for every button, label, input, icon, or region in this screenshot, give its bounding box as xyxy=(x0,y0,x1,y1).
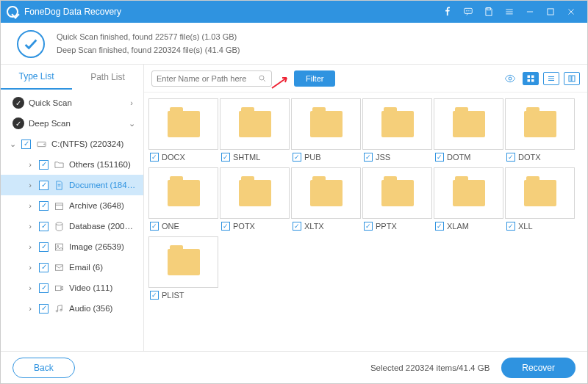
svg-point-13 xyxy=(43,143,44,144)
grid-item-label: SHTML xyxy=(233,153,260,162)
checkbox[interactable] xyxy=(364,222,373,231)
tree-document[interactable]: Document (18491) xyxy=(1,175,143,195)
view-grid-button[interactable] xyxy=(523,72,539,85)
grid-item[interactable]: PLIST xyxy=(148,236,218,303)
checkbox[interactable] xyxy=(39,181,49,190)
folder-thumb xyxy=(220,98,290,150)
checkbox[interactable] xyxy=(21,140,31,149)
app-logo-icon xyxy=(7,6,18,18)
checkbox[interactable] xyxy=(39,222,49,231)
status-quick-scan: Quick Scan finished, found 22577 file(s)… xyxy=(57,31,240,44)
checkbox[interactable] xyxy=(506,153,515,162)
maximize-icon[interactable] xyxy=(540,1,561,23)
results-grid: DOCXSHTMLPUBJSSDOTMDOTXONEPOTXXLTXPPTXXL… xyxy=(144,93,587,351)
tree-deep-scan[interactable]: ✓ Deep Scan xyxy=(1,113,143,134)
minimize-icon[interactable] xyxy=(520,1,540,23)
chevron-down-icon[interactable] xyxy=(8,140,17,149)
grid-item-label: DOCX xyxy=(162,153,185,162)
svg-rect-16 xyxy=(55,203,62,209)
tree-email[interactable]: Email (6) xyxy=(1,257,143,278)
chevron-down-icon[interactable] xyxy=(127,119,136,128)
preview-icon[interactable] xyxy=(502,72,518,85)
chevron-right-icon[interactable] xyxy=(26,304,35,313)
grid-item[interactable]: JSS xyxy=(362,98,432,164)
checkbox[interactable] xyxy=(435,222,444,231)
tab-path-list[interactable]: Path List xyxy=(72,65,143,90)
checkbox[interactable] xyxy=(39,283,49,293)
grid-item[interactable]: PUB xyxy=(291,98,361,164)
svg-point-23 xyxy=(56,310,58,312)
tree-quick-scan[interactable]: ✓ Quick Scan xyxy=(1,93,143,113)
grid-item-label: PUB xyxy=(304,153,321,162)
chevron-right-icon[interactable] xyxy=(26,160,35,169)
grid-item-label: PPTX xyxy=(376,222,397,231)
folder-thumb xyxy=(362,98,432,150)
tree-others[interactable]: Others (151160) xyxy=(1,154,143,175)
recover-button[interactable]: Recover xyxy=(501,358,576,378)
grid-item-label: ONE xyxy=(162,222,179,231)
tree-archive[interactable]: Archive (3648) xyxy=(1,195,143,216)
checkbox[interactable] xyxy=(150,222,159,231)
grid-item[interactable]: POTX xyxy=(220,167,290,233)
svg-point-20 xyxy=(57,245,58,247)
view-detail-button[interactable] xyxy=(564,72,580,85)
folder-icon xyxy=(524,180,556,206)
folder-icon xyxy=(381,111,414,137)
checkbox[interactable] xyxy=(39,304,49,314)
grid-item[interactable]: DOTM xyxy=(434,98,503,164)
checkbox[interactable] xyxy=(293,222,301,231)
checkbox[interactable] xyxy=(39,263,49,272)
svg-point-2 xyxy=(468,11,469,12)
tree-database[interactable]: Database (20013) xyxy=(1,216,143,236)
tree-drive[interactable]: C:(NTFS) (220324) xyxy=(1,134,143,154)
search-box[interactable] xyxy=(151,70,272,87)
feedback-icon[interactable] xyxy=(458,1,478,23)
folder-icon xyxy=(168,111,200,137)
chevron-right-icon[interactable] xyxy=(26,222,35,231)
checkbox[interactable] xyxy=(39,160,49,170)
grid-item[interactable]: PPTX xyxy=(362,167,432,233)
checkbox[interactable] xyxy=(506,222,515,231)
tree-audio[interactable]: Audio (356) xyxy=(1,298,143,319)
folder-thumb xyxy=(291,167,361,219)
tab-type-list[interactable]: Type List xyxy=(1,65,72,90)
view-list-button[interactable] xyxy=(543,72,559,85)
checkbox[interactable] xyxy=(150,153,159,162)
menu-icon[interactable] xyxy=(499,1,520,23)
chevron-right-icon[interactable] xyxy=(26,181,35,189)
grid-item-label: DOTX xyxy=(518,153,541,162)
checkbox[interactable] xyxy=(293,153,301,162)
grid-item[interactable]: SHTML xyxy=(220,98,290,164)
filter-button[interactable]: Filter xyxy=(294,70,335,87)
back-button[interactable]: Back xyxy=(12,358,75,378)
chevron-right-icon[interactable] xyxy=(26,263,35,272)
scan-status: Quick Scan finished, found 22577 file(s)… xyxy=(1,23,587,65)
chevron-right-icon[interactable] xyxy=(26,283,35,292)
svg-point-1 xyxy=(466,11,467,12)
checkbox[interactable] xyxy=(39,201,49,211)
checkbox[interactable] xyxy=(39,242,49,252)
search-icon xyxy=(258,74,267,83)
chevron-right-icon[interactable] xyxy=(127,98,136,107)
chevron-right-icon[interactable] xyxy=(26,242,35,251)
grid-item[interactable]: XLTX xyxy=(291,167,361,233)
grid-item[interactable]: DOTX xyxy=(505,98,575,164)
tree-image[interactable]: Image (26539) xyxy=(1,236,143,257)
save-icon[interactable] xyxy=(478,1,499,23)
checkbox[interactable] xyxy=(435,153,444,162)
checkbox[interactable] xyxy=(221,222,230,231)
chevron-right-icon[interactable] xyxy=(26,201,35,210)
checkbox[interactable] xyxy=(364,153,373,162)
grid-item[interactable]: XLL xyxy=(505,167,575,233)
close-icon[interactable] xyxy=(561,1,581,23)
audio-icon xyxy=(53,303,65,314)
share-facebook-icon[interactable] xyxy=(437,1,458,23)
folder-icon xyxy=(524,111,556,137)
tree-video[interactable]: Video (111) xyxy=(1,278,143,298)
grid-item[interactable]: DOCX xyxy=(148,98,218,164)
search-input[interactable] xyxy=(157,74,258,83)
checkbox[interactable] xyxy=(150,291,159,300)
checkbox[interactable] xyxy=(221,153,230,162)
grid-item[interactable]: ONE xyxy=(148,167,218,233)
grid-item[interactable]: XLAM xyxy=(434,167,503,233)
